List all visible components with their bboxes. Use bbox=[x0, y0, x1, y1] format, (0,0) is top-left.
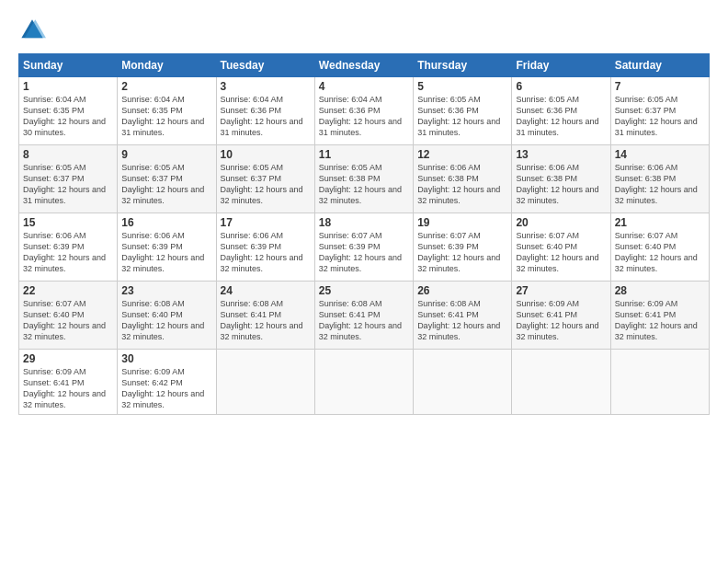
calendar-cell: 7 Sunrise: 6:05 AM Sunset: 6:37 PM Dayli… bbox=[610, 77, 709, 145]
day-info: Sunrise: 6:05 AM Sunset: 6:36 PM Dayligh… bbox=[516, 94, 606, 139]
day-info: Sunrise: 6:09 AM Sunset: 6:41 PM Dayligh… bbox=[23, 366, 113, 411]
calendar-cell: 27 Sunrise: 6:09 AM Sunset: 6:41 PM Dayl… bbox=[512, 282, 610, 350]
day-info: Sunrise: 6:08 AM Sunset: 6:41 PM Dayligh… bbox=[417, 298, 507, 343]
col-header-sunday: Sunday bbox=[19, 54, 118, 77]
day-number: 6 bbox=[516, 80, 606, 93]
calendar-cell: 20 Sunrise: 6:07 AM Sunset: 6:40 PM Dayl… bbox=[512, 213, 610, 282]
col-header-friday: Friday bbox=[512, 54, 610, 77]
day-info: Sunrise: 6:07 AM Sunset: 6:40 PM Dayligh… bbox=[23, 298, 113, 343]
day-info: Sunrise: 6:08 AM Sunset: 6:41 PM Dayligh… bbox=[221, 298, 311, 343]
day-number: 12 bbox=[417, 148, 507, 161]
calendar-cell: 5 Sunrise: 6:05 AM Sunset: 6:36 PM Dayli… bbox=[414, 77, 512, 145]
day-number: 26 bbox=[417, 284, 507, 297]
calendar-cell: 15 Sunrise: 6:06 AM Sunset: 6:39 PM Dayl… bbox=[19, 213, 118, 282]
day-number: 11 bbox=[319, 148, 409, 161]
day-number: 27 bbox=[516, 284, 606, 297]
day-info: Sunrise: 6:06 AM Sunset: 6:39 PM Dayligh… bbox=[23, 230, 113, 275]
col-header-tuesday: Tuesday bbox=[216, 54, 314, 77]
day-info: Sunrise: 6:04 AM Sunset: 6:36 PM Dayligh… bbox=[319, 94, 409, 139]
calendar-cell: 19 Sunrise: 6:07 AM Sunset: 6:39 PM Dayl… bbox=[414, 213, 512, 282]
day-info: Sunrise: 6:05 AM Sunset: 6:37 PM Dayligh… bbox=[615, 94, 705, 139]
calendar-cell: 13 Sunrise: 6:06 AM Sunset: 6:38 PM Dayl… bbox=[512, 145, 610, 213]
day-info: Sunrise: 6:05 AM Sunset: 6:36 PM Dayligh… bbox=[417, 94, 507, 139]
day-number: 16 bbox=[121, 216, 211, 229]
day-number: 28 bbox=[615, 284, 705, 297]
calendar-cell: 14 Sunrise: 6:06 AM Sunset: 6:38 PM Dayl… bbox=[610, 145, 709, 213]
day-number: 24 bbox=[221, 284, 311, 297]
calendar-cell bbox=[512, 350, 610, 415]
page: SundayMondayTuesdayWednesdayThursdayFrid… bbox=[0, 0, 728, 563]
day-number: 22 bbox=[23, 284, 113, 297]
calendar-cell: 29 Sunrise: 6:09 AM Sunset: 6:41 PM Dayl… bbox=[19, 350, 118, 415]
day-info: Sunrise: 6:06 AM Sunset: 6:38 PM Dayligh… bbox=[516, 162, 606, 207]
calendar-cell: 6 Sunrise: 6:05 AM Sunset: 6:36 PM Dayli… bbox=[512, 77, 610, 145]
calendar-cell: 10 Sunrise: 6:05 AM Sunset: 6:37 PM Dayl… bbox=[216, 145, 314, 213]
day-number: 10 bbox=[221, 148, 311, 161]
day-number: 9 bbox=[121, 148, 211, 161]
calendar-week-1: 1 Sunrise: 6:04 AM Sunset: 6:35 PM Dayli… bbox=[19, 77, 710, 145]
day-number: 7 bbox=[615, 80, 705, 93]
day-info: Sunrise: 6:09 AM Sunset: 6:41 PM Dayligh… bbox=[516, 298, 606, 343]
day-number: 1 bbox=[23, 80, 113, 93]
calendar-cell bbox=[216, 350, 314, 415]
calendar-cell: 24 Sunrise: 6:08 AM Sunset: 6:41 PM Dayl… bbox=[216, 282, 314, 350]
calendar-cell: 8 Sunrise: 6:05 AM Sunset: 6:37 PM Dayli… bbox=[19, 145, 118, 213]
calendar-cell: 21 Sunrise: 6:07 AM Sunset: 6:40 PM Dayl… bbox=[610, 213, 709, 282]
day-number: 8 bbox=[23, 148, 113, 161]
day-info: Sunrise: 6:06 AM Sunset: 6:39 PM Dayligh… bbox=[121, 230, 211, 275]
col-header-saturday: Saturday bbox=[610, 54, 709, 77]
day-number: 18 bbox=[319, 216, 409, 229]
calendar-week-3: 15 Sunrise: 6:06 AM Sunset: 6:39 PM Dayl… bbox=[19, 213, 710, 282]
calendar-table: SundayMondayTuesdayWednesdayThursdayFrid… bbox=[18, 53, 710, 415]
col-header-thursday: Thursday bbox=[414, 54, 512, 77]
day-info: Sunrise: 6:09 AM Sunset: 6:41 PM Dayligh… bbox=[615, 298, 705, 343]
calendar-cell bbox=[610, 350, 709, 415]
calendar-cell: 26 Sunrise: 6:08 AM Sunset: 6:41 PM Dayl… bbox=[414, 282, 512, 350]
day-number: 3 bbox=[221, 80, 311, 93]
day-info: Sunrise: 6:05 AM Sunset: 6:37 PM Dayligh… bbox=[221, 162, 311, 207]
day-info: Sunrise: 6:08 AM Sunset: 6:40 PM Dayligh… bbox=[121, 298, 211, 343]
day-info: Sunrise: 6:07 AM Sunset: 6:40 PM Dayligh… bbox=[516, 230, 606, 275]
calendar-cell: 17 Sunrise: 6:06 AM Sunset: 6:39 PM Dayl… bbox=[216, 213, 314, 282]
calendar-cell: 18 Sunrise: 6:07 AM Sunset: 6:39 PM Dayl… bbox=[314, 213, 413, 282]
calendar-cell: 16 Sunrise: 6:06 AM Sunset: 6:39 PM Dayl… bbox=[118, 213, 216, 282]
day-number: 23 bbox=[121, 284, 211, 297]
calendar-week-2: 8 Sunrise: 6:05 AM Sunset: 6:37 PM Dayli… bbox=[19, 145, 710, 213]
day-info: Sunrise: 6:05 AM Sunset: 6:37 PM Dayligh… bbox=[121, 162, 211, 207]
day-number: 29 bbox=[23, 352, 113, 365]
col-header-monday: Monday bbox=[118, 54, 216, 77]
calendar-cell: 11 Sunrise: 6:05 AM Sunset: 6:38 PM Dayl… bbox=[314, 145, 413, 213]
day-info: Sunrise: 6:07 AM Sunset: 6:39 PM Dayligh… bbox=[319, 230, 409, 275]
calendar-week-4: 22 Sunrise: 6:07 AM Sunset: 6:40 PM Dayl… bbox=[19, 282, 710, 350]
calendar-header-row: SundayMondayTuesdayWednesdayThursdayFrid… bbox=[19, 54, 710, 77]
calendar-cell: 12 Sunrise: 6:06 AM Sunset: 6:38 PM Dayl… bbox=[414, 145, 512, 213]
day-number: 13 bbox=[516, 148, 606, 161]
calendar-cell: 2 Sunrise: 6:04 AM Sunset: 6:35 PM Dayli… bbox=[118, 77, 216, 145]
day-number: 20 bbox=[516, 216, 606, 229]
day-info: Sunrise: 6:05 AM Sunset: 6:37 PM Dayligh… bbox=[23, 162, 113, 207]
calendar-cell: 9 Sunrise: 6:05 AM Sunset: 6:37 PM Dayli… bbox=[118, 145, 216, 213]
day-number: 30 bbox=[121, 352, 211, 365]
calendar-cell: 28 Sunrise: 6:09 AM Sunset: 6:41 PM Dayl… bbox=[610, 282, 709, 350]
calendar-cell: 25 Sunrise: 6:08 AM Sunset: 6:41 PM Dayl… bbox=[314, 282, 413, 350]
calendar-cell: 30 Sunrise: 6:09 AM Sunset: 6:42 PM Dayl… bbox=[118, 350, 216, 415]
calendar-cell bbox=[314, 350, 413, 415]
calendar-cell: 4 Sunrise: 6:04 AM Sunset: 6:36 PM Dayli… bbox=[314, 77, 413, 145]
day-number: 5 bbox=[417, 80, 507, 93]
day-number: 21 bbox=[615, 216, 705, 229]
day-number: 19 bbox=[417, 216, 507, 229]
day-number: 25 bbox=[319, 284, 409, 297]
day-info: Sunrise: 6:06 AM Sunset: 6:38 PM Dayligh… bbox=[615, 162, 705, 207]
calendar-cell: 23 Sunrise: 6:08 AM Sunset: 6:40 PM Dayl… bbox=[118, 282, 216, 350]
day-number: 17 bbox=[221, 216, 311, 229]
day-info: Sunrise: 6:04 AM Sunset: 6:35 PM Dayligh… bbox=[23, 94, 113, 139]
logo bbox=[18, 17, 50, 44]
calendar-week-5: 29 Sunrise: 6:09 AM Sunset: 6:41 PM Dayl… bbox=[19, 350, 710, 415]
calendar-cell: 1 Sunrise: 6:04 AM Sunset: 6:35 PM Dayli… bbox=[19, 77, 118, 145]
day-info: Sunrise: 6:04 AM Sunset: 6:36 PM Dayligh… bbox=[221, 94, 311, 139]
day-info: Sunrise: 6:07 AM Sunset: 6:40 PM Dayligh… bbox=[615, 230, 705, 275]
day-info: Sunrise: 6:07 AM Sunset: 6:39 PM Dayligh… bbox=[417, 230, 507, 275]
header bbox=[18, 17, 710, 44]
day-number: 4 bbox=[319, 80, 409, 93]
col-header-wednesday: Wednesday bbox=[314, 54, 413, 77]
